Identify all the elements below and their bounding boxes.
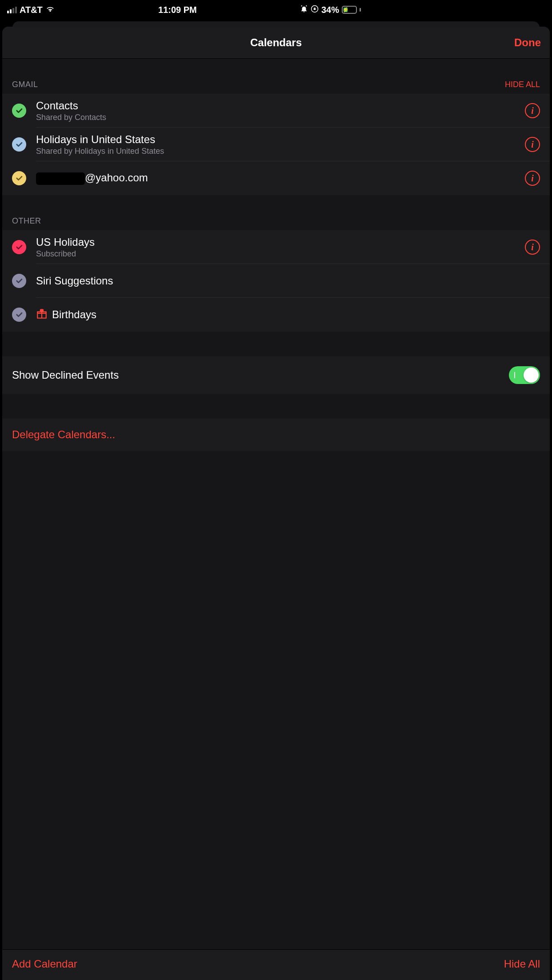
gift-icon — [36, 308, 48, 321]
calendar-check-icon[interactable] — [12, 274, 26, 288]
show-declined-label: Show Declined Events — [12, 369, 119, 381]
section-label-gmail: GMAIL — [12, 80, 38, 89]
calendar-title: Holidays in United States — [36, 133, 164, 146]
status-bar: AT&T 11:09 PM 34% ⚡ — [0, 0, 368, 20]
calendar-row-text: Birthdays — [36, 308, 368, 321]
calendar-row[interactable]: US HolidaysSubscribedi — [2, 230, 368, 264]
sheet-header: Calendars Done — [2, 27, 368, 59]
show-declined-row: Show Declined Events — [2, 356, 368, 394]
alarm-icon — [300, 5, 308, 15]
section-header-gmail: GMAIL HIDE ALL — [2, 59, 368, 94]
status-left: AT&T — [7, 5, 55, 15]
status-time: 11:09 PM — [158, 5, 197, 15]
content-scroll[interactable]: GMAIL HIDE ALL ContactsShared by Contact… — [2, 59, 368, 653]
calendar-title: US Holidays — [36, 236, 95, 248]
other-calendar-list: US HolidaysSubscribediSiri SuggestionsBi… — [2, 230, 368, 332]
carrier-label: AT&T — [20, 5, 43, 15]
calendar-subtitle: Shared by Contacts — [36, 113, 106, 122]
charging-bolt-icon: ⚡ — [342, 7, 349, 12]
battery-cap-icon — [360, 8, 361, 12]
calendar-check-icon[interactable] — [12, 240, 26, 254]
orientation-lock-icon — [311, 5, 319, 15]
calendar-check-icon[interactable] — [12, 104, 26, 118]
delegate-calendars-button[interactable]: Delegate Calendars... — [2, 419, 368, 451]
calendars-sheet: Calendars Done GMAIL HIDE ALL ContactsSh… — [2, 27, 368, 653]
delegate-calendars-label: Delegate Calendars... — [12, 428, 115, 441]
wifi-icon — [45, 5, 55, 15]
battery-percent: 34% — [321, 5, 339, 15]
calendar-row-text: Siri Suggestions — [36, 275, 368, 287]
calendar-row-text: @yahoo.com — [36, 172, 368, 185]
section-header-other: OTHER — [2, 195, 368, 230]
calendar-subtitle: Subscribed — [36, 249, 95, 259]
calendar-check-icon[interactable] — [12, 171, 26, 185]
calendar-title: @yahoo.com — [36, 172, 148, 185]
section-label-other: OTHER — [12, 216, 41, 226]
calendar-check-icon[interactable] — [12, 137, 26, 152]
calendar-row[interactable]: @yahoo.comi — [2, 161, 368, 195]
calendar-row-text: US HolidaysSubscribed — [36, 236, 368, 259]
calendar-check-icon[interactable] — [12, 308, 26, 322]
battery-icon: ⚡ — [342, 6, 357, 14]
calendar-title: Contacts — [36, 100, 106, 112]
signal-icon — [7, 7, 17, 13]
calendar-row[interactable]: ContactsShared by Contactsi — [2, 94, 368, 128]
gmail-calendar-list: ContactsShared by ContactsiHolidays in U… — [2, 94, 368, 195]
page-title: Calendars — [250, 36, 302, 49]
redacted-text — [36, 172, 85, 185]
calendar-title: Siri Suggestions — [36, 275, 113, 287]
calendar-subtitle: Shared by Holidays in United States — [36, 147, 164, 156]
calendar-row-text: ContactsShared by Contacts — [36, 100, 368, 122]
status-right: 34% ⚡ — [300, 5, 361, 15]
calendar-row-text: Holidays in United StatesShared by Holid… — [36, 133, 368, 156]
calendar-title: Birthdays — [52, 308, 96, 321]
calendar-row[interactable]: Birthdays — [2, 298, 368, 332]
calendar-row[interactable]: Holidays in United StatesShared by Holid… — [2, 128, 368, 161]
calendar-row[interactable]: Siri Suggestions — [2, 264, 368, 298]
